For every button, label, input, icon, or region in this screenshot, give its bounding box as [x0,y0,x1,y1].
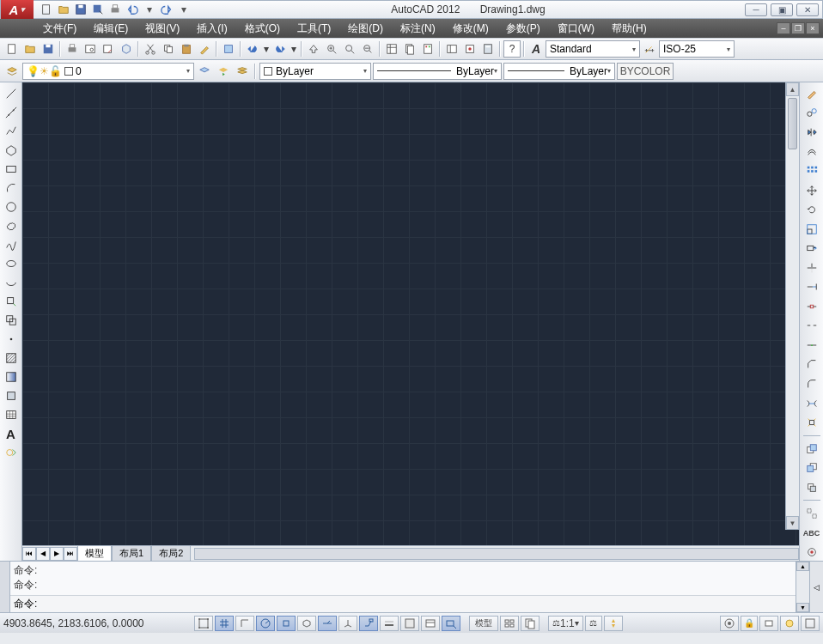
qat-new-icon[interactable] [39,3,54,16]
zoom-realtime-icon[interactable] [323,40,340,58]
zoom-window-icon[interactable] [341,40,358,58]
stretch-icon[interactable] [803,240,820,257]
tab-layout2[interactable]: 布局2 [151,546,191,562]
textstyle-dropdown[interactable]: Standard ▾ [546,40,640,58]
linetype-dropdown[interactable]: ByLayer ▾ [373,63,502,80]
sc-toggle-icon[interactable] [442,616,460,631]
doc-restore[interactable]: ❐ [791,22,805,34]
menu-file[interactable]: 文件(F) [34,19,85,39]
qat-print-icon[interactable] [107,3,123,16]
menu-format[interactable]: 格式(O) [236,19,289,39]
3dosnap-toggle-icon[interactable] [297,616,316,631]
spline-icon[interactable] [3,236,20,253]
menu-help[interactable]: 帮助(H) [603,19,655,39]
matchprop-icon[interactable] [196,40,213,58]
paste-icon[interactable] [178,40,195,58]
action-recorder-icon[interactable] [803,544,820,562]
isolate-icon[interactable] [780,616,799,631]
gradient-icon[interactable] [3,368,20,386]
mtext-icon[interactable]: A [3,425,20,442]
addselected-icon[interactable] [3,444,20,461]
publish-icon[interactable] [100,40,117,58]
tab-next-icon[interactable]: ▶ [50,547,64,561]
extend-icon[interactable] [803,278,820,295]
construction-line-icon[interactable] [3,104,20,121]
grid-toggle-icon[interactable] [215,616,234,631]
3ddwf-icon[interactable] [118,40,135,58]
array-icon[interactable] [803,162,820,179]
explode-icon[interactable] [803,414,820,431]
layer-dropdown[interactable]: 💡 ☀ 🔓 0 ▾ [22,63,194,80]
blend-icon[interactable] [803,395,820,412]
quickview-drawings-icon[interactable] [521,616,540,631]
move-icon[interactable] [803,182,820,199]
selectsimilar-icon[interactable] [803,505,820,522]
new-icon[interactable] [3,40,21,58]
qat-undo-icon[interactable] [125,3,140,16]
ellipse-arc-icon[interactable] [3,274,20,291]
cmd-input[interactable] [40,598,796,611]
ortho-toggle-icon[interactable] [235,616,254,631]
dimstyle-icon[interactable] [641,40,658,58]
pan-icon[interactable] [305,40,322,58]
properties-icon[interactable] [383,40,400,58]
qat-redo-dd-icon[interactable]: ▾ [176,3,192,16]
annovis-icon[interactable]: ⚖ [585,616,602,631]
textstyle-icon[interactable]: A [527,40,545,58]
layer-iso-icon[interactable] [196,63,213,80]
circle-icon[interactable] [3,198,20,216]
polyline-icon[interactable] [3,123,20,140]
undo-dropdown[interactable]: ▾ [262,40,271,58]
point-icon[interactable] [3,331,20,348]
cmd-grip[interactable] [0,562,10,612]
draworder-back-icon[interactable] [803,459,820,477]
close-button[interactable]: ✕ [796,3,819,16]
preview-icon[interactable] [82,40,99,58]
tab-model[interactable]: 模型 [77,546,112,562]
zoom-previous-icon[interactable] [359,40,376,58]
quickcalc-icon[interactable] [479,40,497,58]
rectangle-icon[interactable] [3,161,20,178]
vertical-scrollbar[interactable]: ▲ ▼ [785,82,799,530]
scroll-down-icon[interactable]: ▼ [786,516,799,530]
scroll-up-icon[interactable]: ▲ [786,82,799,96]
qat-save-icon[interactable] [73,3,88,16]
cmd-scroll-up-icon[interactable]: ▲ [796,562,809,571]
break-at-point-icon[interactable] [803,298,820,315]
region-icon[interactable] [3,387,20,404]
lwt-toggle-icon[interactable] [380,616,399,631]
copy-icon[interactable] [160,40,177,58]
redo-icon[interactable] [271,40,289,58]
menu-draw[interactable]: 绘图(D) [339,19,392,39]
blockeditor-icon[interactable] [220,40,237,58]
layer-manager-icon[interactable] [3,63,21,80]
lineweight-dropdown[interactable]: ByLayer ▾ [503,63,615,80]
snap-toggle-icon[interactable] [194,616,213,631]
rotate-icon[interactable] [803,201,820,218]
ducs-toggle-icon[interactable] [338,616,357,631]
layer-prev-icon[interactable] [215,63,232,80]
layer-state-icon[interactable] [234,63,251,80]
markup-icon[interactable] [461,40,479,58]
menu-window[interactable]: 窗口(W) [549,19,603,39]
qat-saveas-icon[interactable] [90,3,106,16]
table-icon[interactable] [3,406,20,423]
menu-tools[interactable]: 工具(T) [289,19,339,39]
qat-undo-dd-icon[interactable]: ▾ [142,3,157,16]
tab-last-icon[interactable]: ⏭ [64,547,77,561]
menu-modify[interactable]: 修改(M) [444,19,497,39]
trim-icon[interactable] [803,259,820,276]
qp-toggle-icon[interactable] [421,616,440,631]
break-icon[interactable] [803,318,820,335]
dimstyle-dropdown[interactable]: ISO-25 ▾ [659,40,735,58]
osnap-toggle-icon[interactable] [277,616,296,631]
draworder-icon[interactable] [803,479,820,496]
chamfer-icon[interactable] [803,356,820,374]
cmd-side-grip[interactable]: ◁ [809,562,823,612]
selectall-icon[interactable]: ABC [803,525,820,542]
insert-block-icon[interactable] [3,293,20,310]
doc-close[interactable]: × [806,22,820,34]
menu-edit[interactable]: 编辑(E) [85,19,137,39]
cleanscreen-icon[interactable] [801,616,820,631]
join-icon[interactable] [803,337,820,354]
